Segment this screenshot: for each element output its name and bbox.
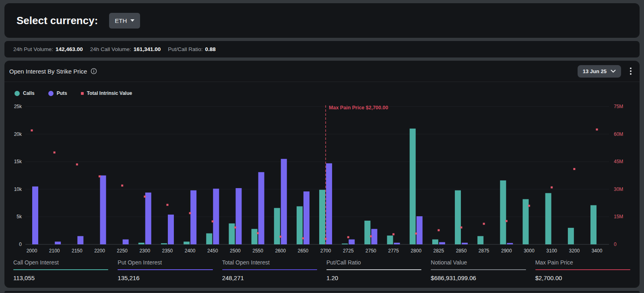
call-bar[interactable] (364, 221, 370, 244)
summary-value: $2,700.00 (535, 275, 630, 281)
stat-item: 24h Put Volume:142,463.00 (13, 46, 83, 52)
intrinsic-value-point[interactable] (121, 184, 123, 186)
intrinsic-value-point[interactable] (99, 175, 101, 177)
put-bar[interactable] (32, 186, 38, 244)
put-bar[interactable] (190, 191, 196, 244)
summary-label: Put Open Interest (118, 259, 213, 266)
x-axis-label: 2600 (275, 248, 286, 254)
x-axis-label: 3400 (592, 248, 603, 254)
intrinsic-value-point[interactable] (506, 220, 508, 222)
legend-label: Calls (23, 90, 35, 96)
intrinsic-value-point[interactable] (573, 168, 575, 170)
intrinsic-value-point[interactable] (234, 226, 236, 228)
intrinsic-value-point[interactable] (347, 236, 349, 238)
caret-down-icon (130, 19, 134, 22)
intrinsic-value-point[interactable] (144, 196, 146, 198)
put-bar[interactable] (371, 229, 377, 244)
put-bar[interactable] (123, 240, 129, 244)
put-bar[interactable] (235, 188, 242, 244)
call-bar[interactable] (206, 234, 212, 244)
intrinsic-value-point[interactable] (76, 164, 78, 166)
put-bar[interactable] (213, 189, 219, 244)
put-bar[interactable] (145, 193, 151, 244)
x-axis-label: 2900 (501, 248, 512, 254)
put-bar[interactable] (55, 242, 61, 244)
intrinsic-value-point[interactable] (551, 186, 553, 189)
intrinsic-value-point[interactable] (212, 220, 214, 222)
put-bar[interactable] (77, 236, 83, 244)
intrinsic-value-point[interactable] (460, 226, 462, 228)
stats-bar: 24h Put Volume:142,463.0024h Call Volume… (4, 41, 640, 57)
kebab-menu-icon[interactable] (627, 66, 634, 76)
summary-max-pain-price: Max Pain Price$2,700.00 (535, 259, 630, 281)
intrinsic-value-point[interactable] (528, 205, 530, 207)
chart-legend: CallsPutsTotal Intrinsic Value (4, 82, 640, 99)
currency-selected-value: ETH (115, 17, 127, 24)
put-bar[interactable] (258, 172, 264, 244)
legend-item-puts[interactable]: Puts (48, 90, 67, 96)
put-bar[interactable] (326, 163, 332, 244)
call-bar[interactable] (161, 243, 167, 244)
intrinsic-value-point[interactable] (54, 152, 56, 154)
intrinsic-value-point[interactable] (415, 233, 417, 235)
right-axis-tick: 15M (614, 214, 623, 219)
call-bar[interactable] (342, 244, 348, 244)
put-bar[interactable] (417, 216, 423, 244)
legend-item-total-intrinsic-value[interactable]: Total Intrinsic Value (81, 90, 132, 96)
call-bar[interactable] (138, 243, 144, 244)
intrinsic-value-point[interactable] (325, 238, 327, 240)
intrinsic-value-point[interactable] (279, 236, 281, 238)
summary-label: Max Pain Price (535, 259, 630, 266)
intrinsic-value-point[interactable] (257, 232, 259, 234)
chart-header: Open Interest By Strike Price 13 Jun 25 (4, 61, 640, 82)
call-bar[interactable] (410, 129, 416, 244)
stat-value: 161,341.00 (134, 46, 161, 52)
legend-item-calls[interactable]: Calls (14, 90, 35, 96)
call-bar[interactable] (455, 191, 461, 244)
put-bar[interactable] (439, 242, 445, 244)
intrinsic-value-point[interactable] (189, 212, 191, 214)
call-bar[interactable] (297, 206, 303, 244)
intrinsic-value-point[interactable] (370, 235, 372, 237)
call-bar[interactable] (545, 193, 551, 244)
intrinsic-value-point[interactable] (392, 233, 394, 235)
put-bar[interactable] (462, 243, 468, 244)
put-bar[interactable] (349, 240, 355, 244)
left-axis-tick: 5k (17, 214, 22, 219)
intrinsic-value-point[interactable] (596, 129, 598, 131)
summary-underline (222, 269, 317, 270)
call-bar[interactable] (387, 236, 393, 244)
intrinsic-value-point[interactable] (438, 229, 440, 231)
call-bar[interactable] (500, 180, 506, 244)
put-bar[interactable] (303, 191, 310, 244)
call-bar[interactable] (252, 229, 258, 244)
put-bar[interactable] (394, 243, 400, 244)
call-bar[interactable] (523, 199, 529, 244)
call-bar[interactable] (568, 228, 574, 244)
stat-item: 24h Call Volume:161,341.00 (90, 46, 161, 52)
call-bar[interactable] (274, 208, 280, 244)
intrinsic-value-point[interactable] (166, 204, 168, 206)
summary-label: Put/Call Ratio (326, 259, 421, 266)
put-bar[interactable] (281, 159, 287, 244)
put-bar[interactable] (100, 176, 106, 245)
intrinsic-value-point[interactable] (302, 237, 304, 239)
right-axis-tick: 45M (614, 159, 623, 164)
put-bar[interactable] (507, 243, 513, 244)
expiry-date-dropdown[interactable]: 13 Jun 25 (578, 65, 621, 78)
call-bar[interactable] (432, 240, 438, 244)
info-icon[interactable] (91, 68, 97, 74)
call-bar[interactable] (319, 190, 325, 244)
call-bar[interactable] (477, 236, 483, 244)
x-axis-label: 2000 (27, 248, 37, 254)
currency-dropdown[interactable]: ETH (109, 13, 140, 29)
intrinsic-value-point[interactable] (483, 223, 485, 225)
intrinsic-value-point[interactable] (31, 129, 33, 131)
left-axis-tick: 0 (19, 242, 22, 247)
call-bar[interactable] (590, 205, 597, 244)
summary-value: $686,931,099.06 (431, 275, 526, 281)
call-bar[interactable] (229, 223, 235, 244)
call-bar[interactable] (184, 242, 190, 244)
put-bar[interactable] (168, 215, 174, 244)
summary-value: 248,271 (222, 275, 317, 281)
